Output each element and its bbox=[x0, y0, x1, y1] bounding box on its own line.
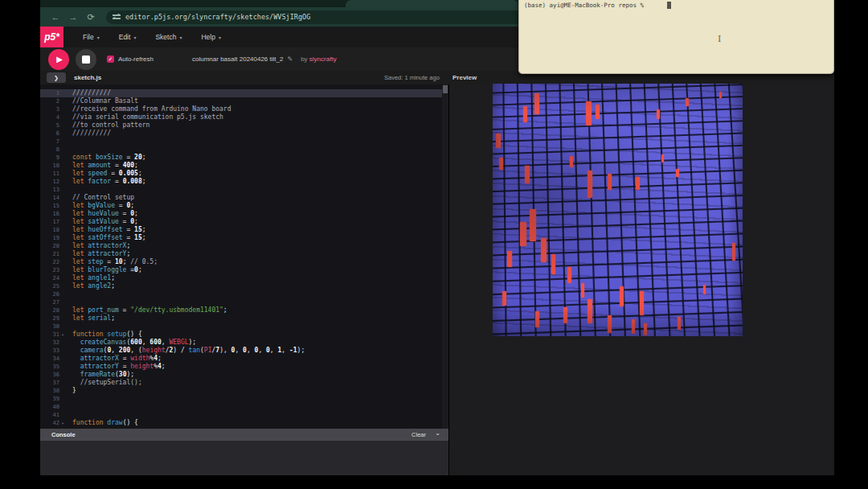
code-line[interactable]: 29let serial; bbox=[40, 314, 448, 323]
fold-icon[interactable]: ▾ bbox=[60, 419, 65, 427]
sidebar-expand-button[interactable]: ❯ bbox=[47, 72, 66, 83]
p5-logo[interactable]: p5* bbox=[40, 27, 63, 47]
code-line[interactable]: 21let attractorY; bbox=[40, 250, 448, 258]
code-line[interactable]: 5//to control pattern bbox=[40, 121, 448, 129]
code-line[interactable]: 11let speed = 0.005; bbox=[40, 170, 448, 178]
code-line[interactable]: 14// Control setup bbox=[40, 194, 448, 202]
line-number: 11 bbox=[40, 170, 59, 178]
menu-sketch[interactable]: Sketch ▾ bbox=[155, 33, 182, 41]
code-line[interactable]: 23let blurToggle =0; bbox=[40, 266, 448, 274]
scrollbar-thumb[interactable] bbox=[443, 85, 448, 93]
stop-button[interactable] bbox=[76, 49, 96, 70]
preview-label: Preview bbox=[452, 74, 477, 81]
code-line[interactable]: 28let port_num = "/dev/tty.usbmodem11401… bbox=[40, 306, 448, 314]
line-number: 1 bbox=[40, 89, 59, 97]
code-line[interactable]: 37 //setupSerial(); bbox=[40, 379, 448, 387]
console-output[interactable] bbox=[40, 441, 448, 475]
line-number: 13 bbox=[40, 186, 59, 194]
code-line[interactable]: 7 bbox=[40, 138, 448, 146]
line-number: 24 bbox=[40, 274, 59, 282]
code-line[interactable]: 40 bbox=[40, 403, 448, 411]
line-number: 25 bbox=[40, 282, 59, 290]
code-line[interactable]: 2//Columnar Basalt bbox=[40, 97, 448, 105]
edit-title-icon[interactable]: ✎ bbox=[287, 55, 293, 63]
code-line[interactable]: 39 bbox=[40, 395, 448, 403]
terminal-window[interactable]: (base) ayi@ME-MacBook-Pro repos % I bbox=[518, 0, 834, 74]
sketch-title[interactable]: columnar basalt 20240426 tilt_2 bbox=[192, 55, 283, 63]
code-line[interactable]: 17let satValue = 0; bbox=[40, 218, 448, 226]
code-line[interactable]: 26 bbox=[40, 290, 448, 298]
saved-status: Saved: 1 minute ago bbox=[384, 74, 440, 81]
line-number: 14 bbox=[40, 194, 59, 202]
code-line[interactable]: 22let step = 10; // 0.5; bbox=[40, 258, 448, 266]
menu-file[interactable]: File ▾ bbox=[83, 33, 100, 41]
code-line[interactable]: 25let angle2; bbox=[40, 282, 448, 290]
console-header: Console Clear ⌄ bbox=[40, 429, 448, 441]
line-number: 4 bbox=[40, 113, 59, 121]
terminal-cursor bbox=[667, 2, 671, 9]
line-number: 20 bbox=[40, 242, 59, 250]
console-title: Console bbox=[51, 431, 76, 438]
reload-icon[interactable]: ⟳ bbox=[82, 12, 100, 23]
line-number: 22 bbox=[40, 258, 59, 266]
code-line[interactable]: 18let hueOffset = 15; bbox=[40, 226, 448, 234]
code-line[interactable]: 32 createCanvas(600, 600, WEBGL); bbox=[40, 339, 448, 347]
code-line[interactable]: 33 camera(0, 200, (height/2) / tan(PI/7)… bbox=[40, 347, 448, 355]
line-number: 29 bbox=[40, 314, 59, 323]
line-number: 26 bbox=[40, 290, 59, 298]
console-clear-button[interactable]: Clear bbox=[411, 431, 426, 438]
code-line[interactable]: 42▾function draw() { bbox=[40, 419, 448, 427]
code-line[interactable]: 9const boxSize = 20; bbox=[40, 154, 448, 162]
code-line[interactable]: 27 bbox=[40, 298, 448, 306]
sketch-canvas[interactable] bbox=[493, 84, 743, 336]
line-number: 36 bbox=[40, 371, 59, 379]
code-line[interactable]: 31▾function setup() { bbox=[40, 331, 448, 339]
expand-icon: ❯ bbox=[54, 75, 59, 81]
code-line[interactable]: 6////////// bbox=[40, 129, 448, 138]
code-line[interactable]: 13 bbox=[40, 186, 448, 194]
code-editor[interactable]: 1//////////2//Columnar Basalt3//receive … bbox=[40, 84, 448, 475]
author-link[interactable]: slyncrafty bbox=[309, 55, 337, 63]
menu-sketch-label: Sketch bbox=[155, 33, 176, 41]
site-controls-icon[interactable] bbox=[113, 14, 121, 20]
code-line[interactable]: 24let angle1; bbox=[40, 274, 448, 282]
code-line[interactable]: 35 attractorY = height%4; bbox=[40, 363, 448, 371]
code-line[interactable]: 12let factor = 0.008; bbox=[40, 178, 448, 186]
forward-icon[interactable]: → bbox=[64, 12, 82, 22]
line-number: 2 bbox=[40, 97, 59, 105]
code-line[interactable]: 30 bbox=[40, 323, 448, 331]
menu-help[interactable]: Help ▾ bbox=[201, 33, 221, 41]
code-line[interactable]: 15let bgValue = 0; bbox=[40, 202, 448, 210]
terminal-prompt: (base) ayi@ME-MacBook-Pro repos % bbox=[524, 2, 644, 9]
code-line[interactable]: 16let hueValue = 0; bbox=[40, 210, 448, 218]
editor-scrollbar[interactable] bbox=[442, 84, 448, 429]
fold-icon[interactable]: ▾ bbox=[60, 331, 65, 339]
code-line[interactable]: 10let amount = 400; bbox=[40, 162, 448, 170]
line-number: 40 bbox=[40, 403, 59, 411]
code-line[interactable]: 41 bbox=[40, 411, 448, 419]
line-number: 5 bbox=[40, 121, 59, 129]
browser-tab[interactable] bbox=[346, 0, 518, 7]
back-icon[interactable]: ← bbox=[47, 12, 64, 22]
code-line[interactable]: 1////////// bbox=[40, 89, 448, 97]
byline: by slyncrafty bbox=[301, 55, 336, 63]
line-number: 32 bbox=[40, 339, 59, 347]
code-line[interactable]: 4//via serial communication p5.js sketch bbox=[40, 113, 448, 121]
menu-edit[interactable]: Edit ▾ bbox=[119, 33, 137, 41]
auto-refresh-label[interactable]: Auto-refresh bbox=[118, 55, 154, 63]
code-line[interactable]: 8 bbox=[40, 146, 448, 154]
code-line[interactable]: 20let attractorX; bbox=[40, 242, 448, 250]
line-number: 3 bbox=[40, 105, 59, 113]
tab-sketch-js[interactable]: sketch.js bbox=[74, 74, 101, 81]
console-collapse-icon[interactable]: ⌄ bbox=[435, 429, 440, 437]
code-line[interactable]: 3//receive command from Arduino Nano boa… bbox=[40, 105, 448, 113]
play-button[interactable]: ▶ bbox=[48, 49, 69, 70]
url-text[interactable]: editor.p5js.org/slyncrafty/sketches/WVSj… bbox=[125, 13, 310, 21]
code-lines[interactable]: 1//////////2//Columnar Basalt3//receive … bbox=[40, 89, 448, 427]
line-number: 23 bbox=[40, 266, 59, 274]
code-line[interactable]: 38} bbox=[40, 387, 448, 395]
auto-refresh-checkbox[interactable]: ✓ bbox=[107, 55, 114, 63]
code-line[interactable]: 34 attractorX = width%4; bbox=[40, 355, 448, 363]
code-line[interactable]: 36 frameRate(30); bbox=[40, 371, 448, 379]
code-line[interactable]: 19let satOffset = 15; bbox=[40, 234, 448, 242]
